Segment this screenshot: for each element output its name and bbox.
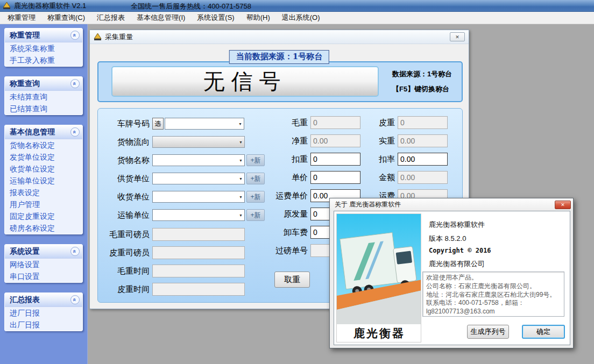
chevron-up-icon[interactable]: « (70, 79, 80, 88)
supplier-combobox[interactable]: ▼ (152, 173, 245, 184)
original-qty-label: 原发量 (232, 209, 308, 219)
cargo-direction-combobox[interactable]: ▼ (152, 136, 245, 148)
section-header-summary-report[interactable]: 汇总报表 « (5, 293, 82, 307)
sidebar-item-system-collect-weigh[interactable]: 系统采集称重 (5, 42, 82, 54)
menu-item-basic-info[interactable]: 基本信息管理(I) (131, 12, 191, 24)
application-screen: 鹿光衡器称重软件 V2.1 全国统一售后服务热线：400-071-5758 称重… (0, 0, 594, 364)
sidebar-item-user-manage[interactable]: 用户管理 (5, 198, 82, 210)
receiver-combobox[interactable]: ▼ (152, 191, 245, 203)
deduct-rate-field[interactable] (398, 153, 448, 166)
version-text: 版本 8.5.2.0 (429, 234, 466, 244)
copyright-text: Copyright © 2016 (429, 247, 491, 254)
section-title: 系统设置 (10, 247, 40, 256)
signal-panel: 无信号 数据来源：1号称台 【F5】键切换称台 (97, 61, 463, 102)
dialog-body: 鹿光衡器 鹿光衡器称重软件 版本 8.5.2.0 Copyright © 201… (334, 211, 570, 345)
section-title: 称重查询 (10, 79, 40, 89)
sidebar-item-settled-query[interactable]: 已结算查询 (5, 103, 82, 115)
take-weight-button[interactable]: 取重 (274, 272, 310, 288)
cargo-name-label: 货物名称 (102, 155, 150, 166)
sidebar-item-shipper-setting[interactable]: 发货单位设定 (5, 151, 82, 163)
menu-item-system-settings[interactable]: 系统设置(S) (191, 12, 240, 24)
sidebar-section-summary-report: 汇总报表 « 进厂日报 出厂日报 (4, 292, 83, 331)
window-logo-icon (94, 33, 102, 41)
receiver-label: 收货单位 (102, 192, 150, 202)
company-info-box: 欢迎使用本产品。 公司名称：石家庄鹿光衡器有限公司。 地址：河北省石家庄鹿泉区石… (422, 272, 564, 317)
app-title: 鹿光衡器称重软件 V2.1 (14, 1, 86, 11)
dialog-title-bar: 关于 鹿光衡器称重软件 ✕ (330, 198, 573, 211)
gross-operator-label: 毛重司磅员 (102, 230, 150, 240)
actual-weight-field (398, 134, 448, 147)
sidebar-item-fixed-tare-setting[interactable]: 固定皮重设定 (5, 210, 82, 222)
about-dialog: 关于 鹿光衡器称重软件 ✕ (329, 198, 574, 348)
cargo-name-combobox[interactable]: ▼ (152, 154, 245, 166)
sidebar-item-network-settings[interactable]: 网络设置 (5, 259, 82, 270)
tare-operator-field (152, 246, 245, 259)
sidebar-item-outbound-daily-report[interactable]: 出厂日报 (5, 319, 82, 331)
unit-price-label: 单价 (232, 173, 308, 183)
ok-button[interactable]: 确定 (522, 325, 565, 339)
gross-time-label: 毛重时间 (102, 266, 150, 276)
company-name: 鹿光衡器有限公司 (429, 259, 485, 269)
chevron-up-icon[interactable]: « (70, 31, 80, 40)
window-title-bar: 采集重量 ✕ (90, 30, 469, 44)
generate-serial-button[interactable]: 生成序列号 (467, 325, 509, 339)
section-title: 汇总报表 (10, 295, 40, 305)
supplier-label: 供货单位 (102, 174, 150, 184)
dialog-title: 关于 鹿光衡器称重软件 (335, 200, 401, 209)
switch-scale-hint: 【F5】键切换称台 (392, 84, 449, 94)
sidebar-item-receiver-setting[interactable]: 收货单位设定 (5, 163, 82, 175)
actual-weight-label: 实重 (336, 136, 395, 146)
section-title: 基本信息管理 (10, 127, 55, 137)
menu-item-weigh-query[interactable]: 称重查询(C) (41, 12, 91, 24)
truck-image: 鹿光衡器 (336, 213, 421, 342)
chevron-up-icon[interactable]: « (70, 127, 80, 137)
select-plate-button[interactable]: 选 (152, 118, 164, 130)
data-source-label: 数据来源：1号称台 (392, 69, 452, 79)
section-header-weigh-manage[interactable]: 称重管理 « (5, 28, 82, 42)
cargo-direction-label: 货物流向 (102, 137, 150, 147)
menu-item-help[interactable]: 帮助(H) (241, 12, 276, 24)
net-weight-label: 净重 (232, 136, 308, 146)
deduct-rate-label: 扣率 (336, 154, 395, 165)
sidebar-item-unsettled-query[interactable]: 未结算查询 (5, 91, 82, 103)
section-header-basic-info[interactable]: 基本信息管理 « (5, 125, 82, 139)
sidebar-item-report-setting[interactable]: 报表设定 (5, 187, 82, 198)
data-source-badge: 当前数据来源：1号称台 (229, 50, 329, 64)
sidebar-item-manual-entry-weigh[interactable]: 手工录入称重 (5, 54, 82, 66)
chevron-up-icon[interactable]: « (70, 295, 80, 304)
amount-label: 金额 (336, 173, 395, 183)
window-title: 采集重量 (105, 32, 133, 42)
sidebar-item-transporter-setting[interactable]: 运输单位设定 (5, 175, 82, 187)
gross-operator-field (152, 228, 245, 241)
sidebar-item-scale-house-setting[interactable]: 磅房名称设定 (5, 222, 82, 234)
sidebar-section-system-settings: 系统设置 « 网络设置 串口设置 (4, 244, 83, 283)
close-icon[interactable]: ✕ (450, 32, 465, 41)
product-name: 鹿光衡器称重软件 (429, 220, 485, 230)
deduct-weight-label: 扣重 (232, 154, 308, 165)
weight-display: 无信号 (111, 66, 379, 97)
tare-weight-label: 皮重 (336, 118, 395, 128)
menu-item-weigh-manage[interactable]: 称重管理 (2, 12, 41, 24)
gross-weight-label: 毛重 (232, 118, 308, 128)
sidebar: 称重管理 « 系统采集称重 手工录入称重 称重查询 « 未结算查询 已结算查询 … (0, 24, 88, 364)
menu-item-summary-report[interactable]: 汇总报表 (91, 12, 131, 24)
close-icon[interactable]: ✕ (555, 201, 571, 209)
tare-operator-label: 皮重司磅员 (102, 248, 150, 258)
gross-time-field (152, 265, 245, 277)
section-header-system-settings[interactable]: 系统设置 « (5, 245, 82, 259)
tare-time-field (152, 283, 245, 296)
service-hotline: 全国统一售后服务热线：400-071-5758 (131, 2, 251, 11)
amount-field (398, 171, 448, 184)
chevron-up-icon[interactable]: « (70, 247, 80, 256)
menu-item-exit[interactable]: 退出系统(O) (276, 12, 326, 24)
transporter-combobox[interactable]: ▼ (152, 209, 245, 221)
plate-number-label: 车牌号码 (102, 119, 150, 129)
sidebar-item-cargo-name-setting[interactable]: 货物名称设定 (5, 139, 82, 151)
freight-price-label: 运费单价 (232, 191, 308, 201)
unload-fee-label: 卸车费 (232, 227, 308, 238)
sidebar-item-serial-port-settings[interactable]: 串口设置 (5, 270, 82, 282)
transporter-label: 运输单位 (102, 210, 150, 220)
section-header-weigh-query[interactable]: 称重查询 « (5, 77, 82, 91)
truck-image-caption: 鹿光衡器 (337, 326, 421, 341)
sidebar-item-inbound-daily-report[interactable]: 进厂日报 (5, 307, 82, 319)
